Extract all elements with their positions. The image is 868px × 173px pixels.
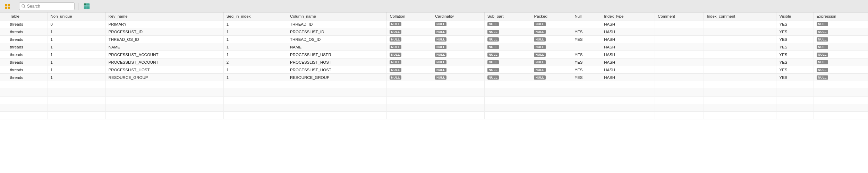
svg-rect-0 (5, 4, 7, 6)
cell-expression: NULL (814, 43, 868, 51)
cell-seq_in_index: 1 (223, 51, 287, 58)
empty-cell (572, 97, 601, 104)
empty-cell (484, 81, 531, 89)
cell-seq_in_index: 1 (223, 20, 287, 28)
cell-seq_in_index: 1 (223, 28, 287, 36)
null-badge: NULL (487, 68, 499, 72)
cell-key_name: PROCESSLIST_ACCOUNT (105, 51, 223, 58)
empty-row (0, 81, 868, 89)
empty-row (0, 104, 868, 112)
cell-sub_part: NULL (484, 51, 531, 58)
cell-null (572, 43, 601, 51)
cell-table: threads (7, 43, 48, 51)
null-badge: NULL (390, 22, 401, 26)
empty-cell (601, 112, 655, 119)
table-row[interactable]: threads0PRIMARY1THREAD_IDNULLNULLNULLNUL… (0, 20, 868, 28)
cell-column_name: NAME (287, 43, 387, 51)
empty-cell (484, 112, 531, 119)
cell-column_name: RESOURCE_GROUP (287, 74, 387, 81)
empty-cell (0, 104, 7, 112)
empty-cell (223, 112, 287, 119)
cell-non_unique: 1 (48, 51, 105, 58)
null-badge: NULL (390, 45, 401, 49)
cell-visible: YES (776, 36, 814, 43)
null-badge: NULL (435, 22, 446, 26)
empty-cell (531, 97, 572, 104)
table-row[interactable]: threads1RESOURCE_GROUP1RESOURCE_GROUPNUL… (0, 74, 868, 81)
empty-cell (432, 97, 484, 104)
cell-expression: NULL (814, 58, 868, 66)
table-row[interactable]: threads1PROCESSLIST_ACCOUNT1PROCESSLIST_… (0, 51, 868, 58)
row-marker-cell (0, 66, 7, 74)
empty-cell (7, 97, 48, 104)
empty-cell (432, 89, 484, 97)
empty-cell (572, 89, 601, 97)
empty-cell (287, 81, 387, 89)
table-row[interactable]: threads1PROCESSLIST_ID1PROCESSLIST_IDNUL… (0, 28, 868, 36)
col-header-null: Null (572, 12, 601, 20)
null-badge: NULL (390, 30, 401, 34)
empty-cell (105, 89, 223, 97)
empty-cell (572, 104, 601, 112)
cell-expression: NULL (814, 74, 868, 81)
cell-key_name: PROCESSLIST_ACCOUNT (105, 58, 223, 66)
empty-cell (704, 89, 776, 97)
empty-cell (48, 104, 105, 112)
empty-cell (223, 97, 287, 104)
cell-cardinality: NULL (432, 58, 484, 66)
cell-non_unique: 1 (48, 66, 105, 74)
empty-cell (387, 97, 432, 104)
empty-cell (387, 81, 432, 89)
null-badge: NULL (534, 30, 545, 34)
search-icon (22, 4, 26, 8)
cell-index_type: HASH (601, 58, 655, 66)
empty-cell (655, 112, 704, 119)
cell-null: YES (572, 74, 601, 81)
null-badge: NULL (435, 53, 446, 57)
cell-expression: NULL (814, 28, 868, 36)
svg-point-4 (22, 4, 25, 7)
search-input[interactable] (27, 4, 69, 9)
cell-null: YES (572, 36, 601, 43)
null-badge: NULL (487, 30, 499, 34)
col-header-visible: Visible (776, 12, 814, 20)
col-header-table: Table (7, 12, 48, 20)
null-badge: NULL (817, 60, 828, 64)
export-icon[interactable] (83, 3, 90, 10)
cell-cardinality: NULL (432, 51, 484, 58)
separator-1 (14, 3, 14, 10)
null-badge: NULL (487, 53, 499, 57)
cell-collation: NULL (387, 51, 432, 58)
cell-table: threads (7, 66, 48, 74)
empty-cell (48, 89, 105, 97)
null-badge: NULL (817, 45, 828, 49)
empty-cell (7, 89, 48, 97)
cell-column_name: PROCESSLIST_HOST (287, 66, 387, 74)
table-row[interactable]: threads1NAME1NAMENULLNULLNULLNULLHASHYES… (0, 43, 868, 51)
cell-collation: NULL (387, 28, 432, 36)
cell-cardinality: NULL (432, 20, 484, 28)
cell-cardinality: NULL (432, 43, 484, 51)
empty-cell (7, 112, 48, 119)
cell-table: threads (7, 36, 48, 43)
empty-cell (776, 97, 814, 104)
null-badge: NULL (435, 45, 446, 49)
cell-sub_part: NULL (484, 43, 531, 51)
empty-cell (223, 89, 287, 97)
empty-cell (48, 112, 105, 119)
table-row[interactable]: threads1PROCESSLIST_ACCOUNT2PROCESSLIST_… (0, 58, 868, 66)
empty-cell (601, 104, 655, 112)
empty-cell (704, 97, 776, 104)
search-box[interactable] (19, 2, 75, 10)
cell-table: threads (7, 28, 48, 36)
cell-packed: NULL (531, 66, 572, 74)
null-badge: NULL (390, 60, 401, 64)
cell-seq_in_index: 1 (223, 36, 287, 43)
col-header-comment: Comment (655, 12, 704, 20)
table-row[interactable]: threads1THREAD_OS_ID1THREAD_OS_IDNULLNUL… (0, 36, 868, 43)
table-row[interactable]: threads1PROCESSLIST_HOST1PROCESSLIST_HOS… (0, 66, 868, 74)
cell-table: threads (7, 74, 48, 81)
null-badge: NULL (817, 22, 828, 26)
null-badge: NULL (487, 37, 499, 42)
svg-rect-3 (8, 7, 10, 9)
